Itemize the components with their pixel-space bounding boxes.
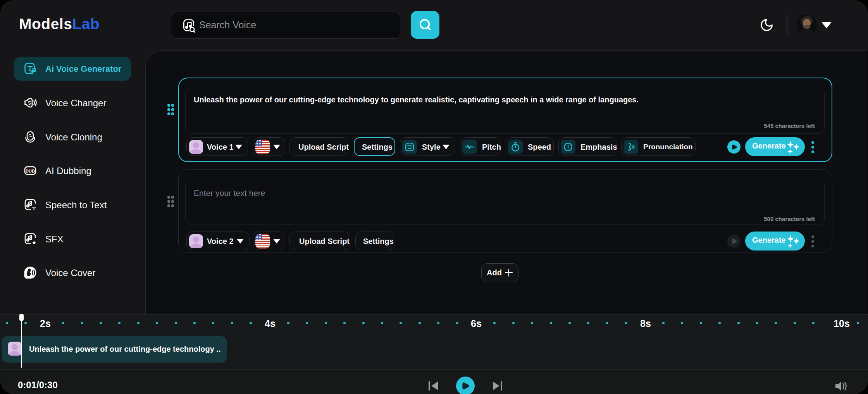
svg-text:DUB: DUB	[26, 169, 35, 173]
svg-text:T: T	[32, 206, 36, 211]
